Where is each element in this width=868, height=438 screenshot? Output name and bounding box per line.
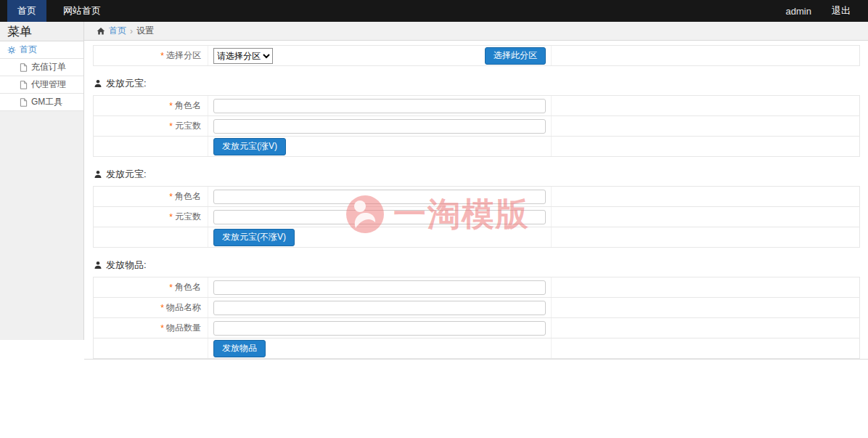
- sidebar-item-home[interactable]: 首页: [0, 41, 83, 59]
- required-mark: *: [160, 323, 164, 333]
- person-icon: [94, 170, 102, 179]
- form-row: * 角色名: [94, 96, 859, 116]
- button-cell: 发放元宝(涨V): [208, 137, 552, 156]
- person-icon: [94, 79, 102, 88]
- breadcrumb-current: 设置: [136, 25, 154, 37]
- section-title-grant-yuanbao-v: 发放元宝:: [94, 77, 860, 90]
- input-cell: [208, 207, 552, 227]
- sidebar-item-label: 首页: [20, 44, 37, 56]
- yuanbao-amount-input[interactable]: [213, 210, 546, 224]
- sidebar-item-label: 充值订单: [31, 61, 66, 73]
- sidebar-item-agent-management[interactable]: 代理管理: [0, 76, 83, 94]
- breadcrumb-home-link[interactable]: 首页: [109, 25, 126, 37]
- file-icon: [20, 81, 28, 89]
- page: { "navbar": { "tab_home": "首页", "tab_sit…: [0, 0, 868, 438]
- file-icon: [20, 63, 28, 72]
- item-quantity-input[interactable]: [213, 321, 546, 336]
- input-cell: [208, 318, 552, 338]
- input-cell: [208, 187, 552, 206]
- main-area: 首页 › 设置 * 选择分区 请选择分区 选择此分区: [84, 22, 868, 360]
- row-filler: [552, 227, 859, 247]
- nav-tab-site-home[interactable]: 网站首页: [53, 0, 111, 22]
- form-row-submit: 发放元宝(不涨V): [94, 227, 859, 247]
- gear-icon: [7, 46, 16, 54]
- zone-select-table: * 选择分区 请选择分区 选择此分区: [93, 45, 860, 66]
- input-cell: [208, 298, 552, 317]
- item-name-input[interactable]: [213, 301, 546, 315]
- grant-yuanbao-nov-button[interactable]: 发放元宝(不涨V): [213, 229, 295, 246]
- role-name-input[interactable]: [213, 99, 546, 113]
- row-filler: [552, 277, 859, 297]
- sidebar-item-label: 代理管理: [31, 78, 66, 91]
- field-label-text: 物品数量: [166, 322, 201, 334]
- empty-label-cell: [94, 137, 208, 156]
- button-cell: 发放元宝(不涨V): [208, 227, 552, 247]
- section-title-text: 发放元宝:: [106, 168, 147, 181]
- person-icon: [94, 261, 102, 269]
- sidebar-menu: 首页 充值订单 代理管理: [0, 41, 83, 111]
- role-name-label: * 角色名: [94, 187, 208, 206]
- row-filler: [552, 116, 859, 136]
- zone-select-label-text: 选择分区: [166, 49, 201, 62]
- form-row: * 角色名: [94, 187, 859, 207]
- button-cell: 发放物品: [208, 338, 552, 358]
- nav-tab-home-label: 首页: [17, 4, 36, 17]
- required-mark: *: [169, 101, 173, 111]
- section-title-text: 发放元宝:: [106, 77, 147, 90]
- grant-yuanbao-v-button[interactable]: 发放元宝(涨V): [213, 138, 286, 155]
- sidebar-item-label: GM工具: [31, 96, 62, 108]
- sidebar-item-gm-tools[interactable]: GM工具: [0, 94, 83, 111]
- row-filler: [552, 318, 859, 338]
- section-title-grant-yuanbao-nov: 发放元宝:: [94, 168, 860, 181]
- home-icon: [97, 27, 105, 36]
- field-label-text: 角色名: [175, 190, 201, 203]
- grant-yuanbao-nov-table: * 角色名 * 元宝数: [93, 186, 860, 248]
- logout-button[interactable]: 退出: [823, 0, 868, 22]
- form-row: * 物品名称: [94, 298, 859, 318]
- row-filler: [552, 298, 859, 317]
- zone-select[interactable]: 请选择分区: [213, 48, 273, 64]
- input-cell: [208, 96, 552, 115]
- field-label-text: 角色名: [175, 281, 201, 293]
- row-filler: [552, 187, 859, 206]
- role-name-input[interactable]: [213, 190, 546, 204]
- item-name-label: * 物品名称: [94, 298, 208, 317]
- sidebar-item-recharge-orders[interactable]: 充值订单: [0, 59, 83, 76]
- field-label-text: 物品名称: [166, 301, 201, 314]
- zone-select-row: * 选择分区 请选择分区 选择此分区: [94, 46, 859, 65]
- nav-tab-site-home-label: 网站首页: [63, 4, 101, 17]
- nav-tab-home[interactable]: 首页: [7, 0, 46, 22]
- zone-row-filler: [552, 46, 859, 65]
- empty-label-cell: [94, 227, 208, 247]
- section-title-text: 发放物品:: [106, 259, 147, 272]
- required-mark: *: [169, 192, 173, 202]
- yuanbao-amount-label: * 元宝数: [94, 207, 208, 227]
- role-name-input[interactable]: [213, 280, 546, 295]
- form-row: * 角色名: [94, 277, 859, 298]
- grant-items-button[interactable]: 发放物品: [213, 340, 266, 357]
- input-cell: [208, 116, 552, 136]
- form-row-submit: 发放物品: [94, 338, 859, 358]
- form-row: * 元宝数: [94, 116, 859, 137]
- navbar-username[interactable]: admin: [774, 0, 823, 22]
- choose-zone-button[interactable]: 选择此分区: [485, 47, 546, 65]
- row-filler: [552, 207, 859, 227]
- field-label-text: 元宝数: [175, 211, 201, 223]
- breadcrumb: 首页 › 设置: [84, 22, 868, 41]
- row-filler: [552, 96, 859, 115]
- yuanbao-amount-input[interactable]: [213, 119, 546, 134]
- input-cell: [208, 277, 552, 297]
- form-row-submit: 发放元宝(涨V): [94, 137, 859, 156]
- sidebar: 菜单 首页: [0, 22, 84, 340]
- form-row: * 元宝数: [94, 207, 859, 227]
- section-title-grant-items: 发放物品:: [94, 259, 860, 272]
- required-mark: *: [169, 121, 173, 131]
- layout-wrap: 菜单 首页: [0, 22, 868, 360]
- role-name-label: * 角色名: [94, 277, 208, 297]
- sidebar-title: 菜单: [0, 22, 83, 41]
- content-panel: * 选择分区 请选择分区 选择此分区: [84, 41, 868, 360]
- row-filler: [552, 338, 859, 358]
- role-name-label: * 角色名: [94, 96, 208, 115]
- form-row: * 物品数量: [94, 318, 859, 338]
- zone-select-label: * 选择分区: [94, 46, 208, 65]
